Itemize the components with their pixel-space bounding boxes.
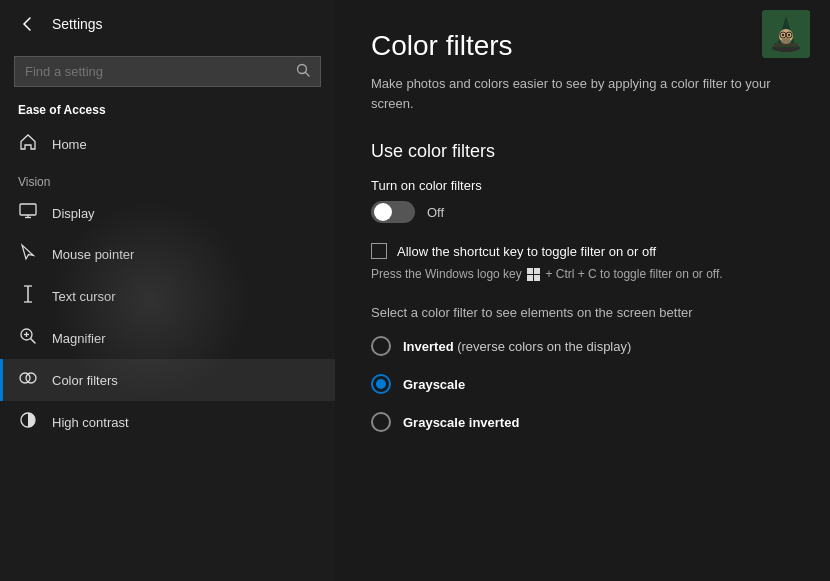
radio-grayscale[interactable]: Grayscale [371,374,794,394]
svg-line-1 [306,73,310,77]
radio-grayscale-inner [376,379,386,389]
shortcut-checkbox-row: Allow the shortcut key to toggle filter … [371,243,794,259]
svg-point-20 [782,34,784,36]
svg-rect-26 [527,268,533,274]
page-title: Color filters [371,30,794,62]
mouse-pointer-icon [18,243,38,265]
toggle-switch-row: Off [371,201,794,223]
high-contrast-label: High contrast [52,415,129,430]
svg-rect-27 [534,268,540,274]
sidebar-item-mouse-pointer[interactable]: Mouse pointer [0,233,335,275]
mouse-pointer-label: Mouse pointer [52,247,134,262]
filter-select-label: Select a color filter to see elements on… [371,305,794,320]
radio-grayscale-inverted[interactable]: Grayscale inverted [371,412,794,432]
ease-of-access-label: Ease of Access [0,99,335,123]
sidebar-item-text-cursor[interactable]: Text cursor [0,275,335,317]
toggle-label: Turn on color filters [371,178,794,193]
sidebar-item-color-filters[interactable]: Color filters [0,359,335,401]
svg-line-9 [31,339,36,344]
toggle-state-label: Off [427,205,444,220]
main-content: Color filters Make photos and colors eas… [335,0,830,581]
svg-point-25 [781,38,791,44]
shortcut-checkbox[interactable] [371,243,387,259]
back-button[interactable] [16,12,40,36]
windows-logo-key-icon [527,268,540,281]
home-label: Home [52,137,87,152]
home-icon [18,133,38,155]
radio-inverted-label: Inverted (reverse colors on the display) [403,339,631,354]
display-icon [18,203,38,223]
sidebar-item-display[interactable]: Display [0,193,335,233]
page-description: Make photos and colors easier to see by … [371,74,794,113]
svg-point-13 [26,373,36,383]
vision-section-label: Vision [0,165,335,193]
radio-grayscale-inverted-button[interactable] [371,412,391,432]
radio-inverted[interactable]: Inverted (reverse colors on the display) [371,336,794,356]
radio-inverted-button[interactable] [371,336,391,356]
radio-grayscale-label: Grayscale [403,377,465,392]
sidebar-item-home[interactable]: Home [0,123,335,165]
display-label: Display [52,206,95,221]
radio-grayscale-inverted-label: Grayscale inverted [403,415,519,430]
high-contrast-icon [18,411,38,433]
svg-point-21 [788,34,790,36]
text-cursor-icon [18,285,38,307]
svg-rect-28 [527,275,533,281]
use-color-filters-title: Use color filters [371,141,794,162]
color-filters-label: Color filters [52,373,118,388]
svg-rect-29 [534,275,540,281]
title-bar: Settings [0,0,335,48]
text-cursor-label: Text cursor [52,289,116,304]
toggle-row: Turn on color filters Off [371,178,794,223]
svg-rect-2 [20,204,36,215]
sidebar: Settings Ease of Access Home Vision [0,0,335,581]
svg-point-12 [20,373,30,383]
search-icon [296,63,310,80]
color-filters-toggle[interactable] [371,201,415,223]
search-input[interactable] [25,64,288,79]
sidebar-item-magnifier[interactable]: Magnifier [0,317,335,359]
shortcut-hint: Press the Windows logo key + Ctrl + C to… [371,267,794,281]
magnifier-icon [18,327,38,349]
search-bar[interactable] [14,56,321,87]
toggle-knob [374,203,392,221]
app-title: Settings [52,16,103,32]
radio-grayscale-button[interactable] [371,374,391,394]
color-filters-icon [18,369,38,391]
magnifier-label: Magnifier [52,331,105,346]
sidebar-item-high-contrast[interactable]: High contrast [0,401,335,443]
shortcut-checkbox-label: Allow the shortcut key to toggle filter … [397,244,656,259]
avatar [762,10,810,58]
